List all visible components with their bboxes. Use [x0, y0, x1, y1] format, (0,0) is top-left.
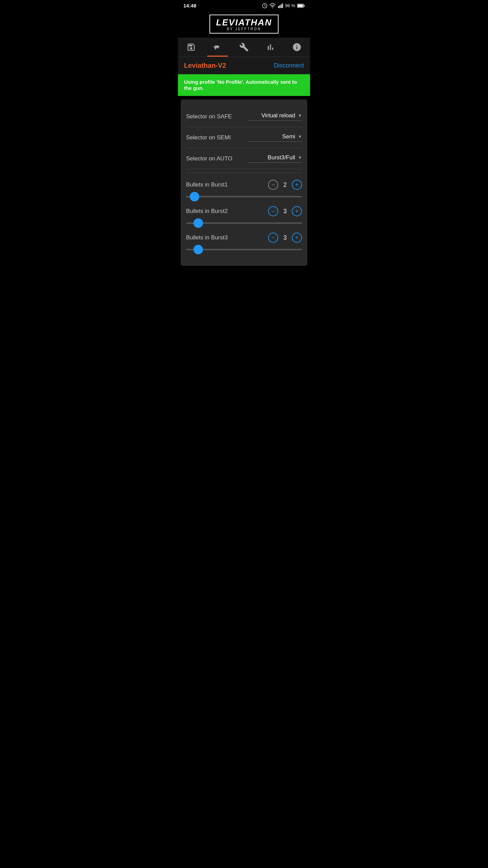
burst2-slider[interactable] [186, 222, 302, 224]
nav-tabs [178, 38, 310, 57]
burst2-value: 3 [282, 208, 288, 215]
selector-semi-arrow: ▼ [298, 134, 302, 139]
tab-save[interactable] [178, 38, 204, 57]
burst2-slider-container [186, 219, 302, 225]
burst1-row: Bullets in Burst1 − 2 + [186, 180, 302, 190]
selector-safe-label: Selector on SAFE [186, 113, 232, 120]
tab-info[interactable] [284, 38, 310, 57]
section-divider [186, 173, 302, 173]
selector-auto-arrow: ▼ [298, 155, 302, 160]
save-icon [186, 42, 196, 52]
svg-rect-2 [278, 6, 279, 8]
selector-safe-row: Selector on SAFE Virtual reload ▼ [186, 106, 302, 127]
signal-icon [278, 3, 283, 8]
tab-chart[interactable] [257, 38, 284, 57]
profile-banner-text: Using profile 'No Profile'. Automaticall… [184, 79, 297, 91]
selector-safe-value: Virtual reload [261, 112, 295, 119]
burst1-slider-container [186, 193, 302, 199]
burst1-controls: − 2 + [268, 180, 302, 190]
profile-banner: Using profile 'No Profile'. Automaticall… [178, 74, 310, 96]
status-bar: 14:48 96 % [178, 0, 310, 11]
selector-semi-dropdown[interactable]: Semi ▼ [248, 133, 302, 142]
device-header: Leviathan-V2 Disconnect [178, 57, 310, 74]
svg-rect-10 [215, 48, 216, 50]
svg-rect-3 [280, 5, 281, 8]
wrench-icon [239, 42, 249, 52]
svg-rect-4 [281, 4, 282, 8]
selector-auto-dropdown[interactable]: Burst3/Full ▼ [248, 154, 302, 163]
tab-gun[interactable] [204, 38, 231, 57]
burst3-controls: − 3 + [268, 233, 302, 243]
gun-icon [213, 42, 222, 52]
burst2-label: Bullets in Burst2 [186, 208, 228, 215]
selector-auto-row: Selector on AUTO Burst3/Full ▼ [186, 148, 302, 169]
status-time: 14:48 [183, 3, 196, 8]
burst2-controls: − 3 + [268, 206, 302, 216]
disconnect-button[interactable]: Disconnect [274, 62, 304, 69]
logo-container: LEVIATHAN BY JEFFTRON [178, 11, 310, 38]
selector-auto-label: Selector on AUTO [186, 155, 232, 162]
logo-box: LEVIATHAN BY JEFFTRON [209, 15, 279, 34]
burst2-plus-button[interactable]: + [292, 206, 302, 216]
main-card: Selector on SAFE Virtual reload ▼ Select… [181, 99, 307, 266]
burst1-slider[interactable] [186, 196, 302, 197]
selector-semi-label: Selector on SEMI [186, 134, 231, 141]
burst3-slider-container [186, 245, 302, 252]
battery-text: 96 % [285, 3, 295, 8]
burst2-row: Bullets in Burst2 − 3 + [186, 206, 302, 216]
svg-rect-5 [282, 3, 283, 8]
burst3-row: Bullets in Burst3 − 3 + [186, 233, 302, 243]
burst3-slider[interactable] [186, 249, 302, 250]
burst3-label: Bullets in Burst3 [186, 234, 228, 241]
clock-icon [262, 3, 267, 8]
tab-wrench[interactable] [231, 38, 257, 57]
battery-icon [297, 3, 305, 8]
burst3-value: 3 [282, 234, 288, 241]
svg-rect-9 [214, 47, 217, 48]
selector-safe-dropdown[interactable]: Virtual reload ▼ [248, 112, 302, 121]
selector-auto-value: Burst3/Full [268, 154, 295, 161]
burst3-plus-button[interactable]: + [292, 233, 302, 243]
burst1-plus-button[interactable]: + [292, 180, 302, 190]
svg-rect-8 [298, 4, 303, 7]
burst2-minus-button[interactable]: − [268, 206, 278, 216]
burst1-label: Bullets in Burst1 [186, 181, 228, 188]
logo-main: LEVIATHAN [216, 17, 272, 28]
burst1-value: 2 [282, 181, 288, 189]
wifi-icon [269, 3, 276, 8]
svg-point-1 [272, 7, 273, 8]
burst1-minus-button[interactable]: − [268, 180, 278, 190]
selector-semi-row: Selector on SEMI Semi ▼ [186, 127, 302, 148]
selector-semi-value: Semi [282, 133, 295, 140]
svg-rect-7 [304, 5, 305, 6]
chart-icon [266, 42, 275, 52]
info-icon [292, 42, 302, 52]
selector-safe-arrow: ▼ [298, 113, 302, 118]
burst3-minus-button[interactable]: − [268, 233, 278, 243]
status-icons: 96 % [262, 3, 305, 8]
device-name: Leviathan-V2 [184, 62, 226, 70]
